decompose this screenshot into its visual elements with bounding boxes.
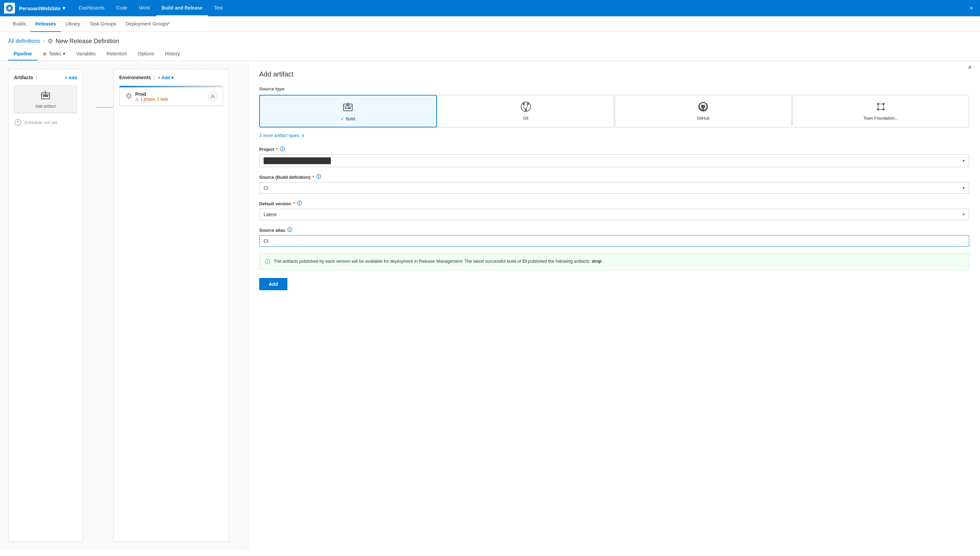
svg-rect-4 bbox=[43, 95, 45, 97]
environments-section: Environments | + Add ▾ bbox=[113, 69, 229, 542]
topnav: PersoanlWebSite ▾ Dashboards Code Work B… bbox=[0, 0, 980, 16]
tab-variables[interactable]: Variables bbox=[71, 48, 101, 60]
source-required-marker: * bbox=[313, 175, 314, 180]
schedule-clock-icon: 🕐 bbox=[14, 119, 21, 126]
release-definition-icon: ⚙ bbox=[48, 37, 53, 45]
topnav-links: Dashboards Code Work Build and Release T… bbox=[73, 0, 967, 16]
default-version-select[interactable]: Latest ▾ bbox=[259, 208, 969, 220]
connector-line bbox=[97, 107, 113, 108]
default-version-required-marker: * bbox=[293, 201, 295, 206]
svg-rect-11 bbox=[348, 107, 351, 109]
source-type-github-name: GitHub bbox=[622, 116, 785, 121]
default-version-arrow-icon: ▾ bbox=[963, 212, 965, 217]
svg-point-21 bbox=[877, 103, 879, 105]
env-add-chevron-icon: ▾ bbox=[171, 75, 174, 80]
env-approver-avatar bbox=[208, 92, 218, 101]
env-warning-icon: ⚠ bbox=[135, 97, 139, 102]
source-alias-field-group: Source alias ⓘ bbox=[259, 227, 969, 247]
source-select[interactable]: CI ▾ bbox=[259, 182, 969, 194]
source-select-value: CI bbox=[264, 185, 963, 191]
env-card-body: Prod ⚠ 1 phase, 1 task bbox=[119, 87, 223, 106]
pipeline-canvas: Artifacts | + Add Add artifact 🕐 Schedul… bbox=[0, 61, 248, 550]
source-select-arrow-icon: ▾ bbox=[963, 186, 965, 190]
source-type-tf-name: Team Foundation... bbox=[799, 116, 962, 121]
breadcrumb-all-definitions[interactable]: All definitions bbox=[8, 38, 40, 44]
subnav-builds[interactable]: Builds bbox=[8, 16, 31, 32]
project-info-icon[interactable]: ⓘ bbox=[280, 146, 285, 152]
source-type-group: Source type ✓ Build bbox=[259, 86, 969, 138]
environments-title: Environments bbox=[119, 75, 151, 80]
nav-build-and-release[interactable]: Build and Release bbox=[156, 0, 208, 16]
info-box-drop-label: drop bbox=[592, 259, 601, 264]
panel-title: Add artifact bbox=[259, 70, 969, 78]
tasks-warning-icon: ⊕ bbox=[43, 51, 47, 57]
env-config-icon bbox=[125, 92, 132, 101]
default-version-info-icon[interactable]: ⓘ bbox=[297, 200, 301, 207]
add-artifact-card[interactable]: Add artifact bbox=[14, 86, 77, 113]
app-logo bbox=[4, 3, 15, 14]
org-name: PersoanlWebSite bbox=[19, 5, 60, 11]
svg-point-16 bbox=[525, 109, 527, 111]
project-select-arrow-icon: ▾ bbox=[963, 158, 965, 163]
tab-tasks[interactable]: ⊕ Tasks ▾ bbox=[37, 48, 71, 60]
add-artifact-button[interactable]: Add bbox=[259, 278, 287, 290]
page-title: New Release Definition bbox=[56, 38, 119, 45]
breadcrumb-separator: › bbox=[43, 38, 45, 44]
artifacts-add-button[interactable]: + Add bbox=[65, 75, 77, 80]
main-layout: Artifacts | + Add Add artifact 🕐 Schedul… bbox=[0, 61, 980, 550]
nav-work[interactable]: Work bbox=[134, 0, 155, 16]
tab-tasks-label: Tasks bbox=[49, 51, 61, 57]
schedule-box: 🕐 Schedule not set bbox=[14, 119, 77, 126]
source-type-github[interactable]: GitHub bbox=[615, 95, 792, 128]
svg-point-7 bbox=[212, 95, 214, 97]
panel-close-button[interactable]: × bbox=[968, 63, 972, 71]
nav-dashboards[interactable]: Dashboards bbox=[73, 0, 110, 16]
svg-point-22 bbox=[883, 103, 885, 105]
source-type-build[interactable]: ✓ Build bbox=[259, 95, 437, 128]
source-alias-input[interactable] bbox=[259, 235, 969, 247]
source-type-grid: ✓ Build Git bbox=[259, 95, 969, 128]
source-type-git-name: Git bbox=[445, 116, 608, 121]
source-alias-info-icon[interactable]: ⓘ bbox=[287, 227, 292, 233]
more-artifact-types-button[interactable]: 3 more artifact types ∨ bbox=[259, 133, 969, 138]
artifacts-title: Artifacts bbox=[14, 75, 33, 80]
subnav-releases[interactable]: Releases bbox=[31, 16, 61, 32]
tab-pipeline[interactable]: Pipeline bbox=[8, 48, 37, 60]
subnav-task-groups[interactable]: Task Groups bbox=[85, 16, 121, 32]
add-artifact-card-label: Add artifact bbox=[18, 104, 73, 109]
source-type-tf[interactable]: Team Foundation... bbox=[793, 95, 969, 128]
org-selector[interactable]: PersoanlWebSite ▾ bbox=[19, 5, 65, 11]
environment-prod-card[interactable]: Prod ⚠ 1 phase, 1 task bbox=[119, 86, 223, 106]
topnav-close-button[interactable]: × bbox=[967, 2, 976, 14]
pipeline-tabs: Pipeline ⊕ Tasks ▾ Variables Retention O… bbox=[0, 48, 980, 61]
environments-add-button[interactable]: + Add ▾ bbox=[158, 75, 174, 80]
env-info: Prod ⚠ 1 phase, 1 task bbox=[135, 91, 168, 102]
info-box: ⓘ The artifacts published by each versio… bbox=[259, 254, 969, 270]
source-type-build-name: ✓ Build bbox=[267, 116, 429, 121]
subnav: Builds Releases Library Task Groups Depl… bbox=[0, 16, 980, 32]
source-type-label: Source type bbox=[259, 86, 969, 91]
subnav-library[interactable]: Library bbox=[61, 16, 85, 32]
project-required-marker: * bbox=[276, 147, 278, 152]
tab-options[interactable]: Options bbox=[132, 48, 160, 60]
source-type-git[interactable]: Git bbox=[437, 95, 614, 128]
default-version-value: Latest bbox=[264, 212, 963, 217]
info-box-icon: ⓘ bbox=[265, 258, 271, 265]
project-label: Project * ⓘ bbox=[259, 146, 969, 152]
info-box-text: The artifacts published by each version … bbox=[274, 258, 604, 265]
svg-point-6 bbox=[127, 94, 130, 97]
nav-test[interactable]: Test bbox=[209, 0, 228, 16]
svg-point-15 bbox=[527, 103, 529, 105]
default-version-label: Default version * ⓘ bbox=[259, 200, 969, 207]
default-version-field-group: Default version * ⓘ Latest ▾ bbox=[259, 200, 969, 220]
tasks-chevron-icon: ▾ bbox=[63, 51, 65, 57]
nav-code[interactable]: Code bbox=[111, 0, 133, 16]
breadcrumb: All definitions › ⚙ New Release Definiti… bbox=[0, 32, 980, 48]
tab-history[interactable]: History bbox=[160, 48, 185, 60]
svg-line-19 bbox=[526, 105, 528, 109]
subnav-deployment-groups[interactable]: Deployment Groups* bbox=[121, 16, 175, 32]
project-select[interactable]: ▾ bbox=[259, 154, 969, 167]
source-info-icon[interactable]: ⓘ bbox=[316, 174, 321, 180]
tab-retention[interactable]: Retention bbox=[101, 48, 132, 60]
svg-rect-10 bbox=[345, 107, 347, 109]
